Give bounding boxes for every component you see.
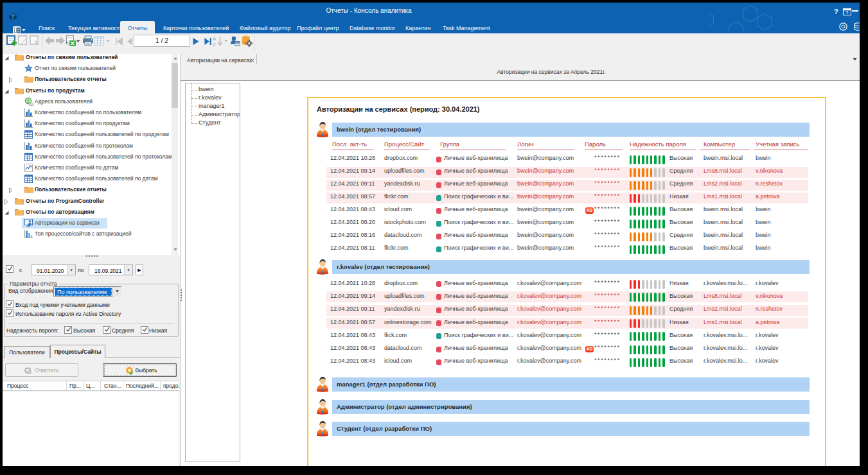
svg-text:Z: Z (213, 42, 216, 48)
svg-text:A: A (213, 36, 217, 42)
